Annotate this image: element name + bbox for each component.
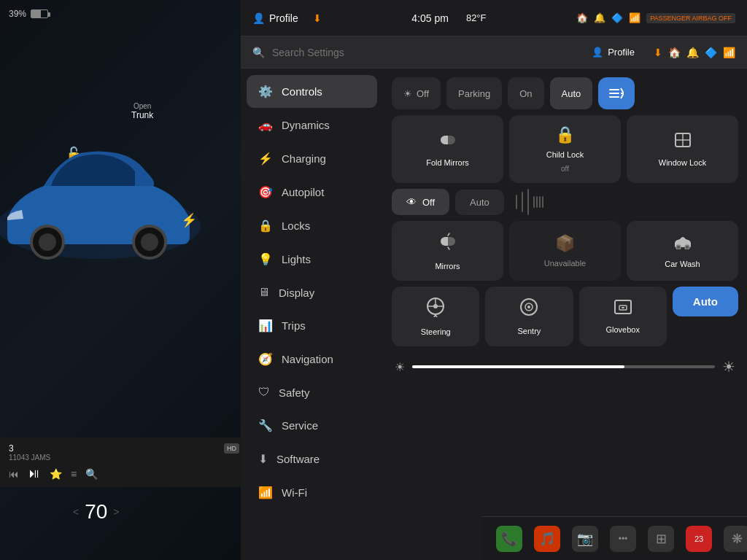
separator-lines [516, 189, 543, 215]
right-auto-col: Auto [673, 287, 738, 346]
sidebar-item-dynamics[interactable]: 🚗 Dynamics [247, 109, 377, 141]
svg-point-2 [39, 233, 56, 251]
search-music-button[interactable]: 🔍 [85, 468, 98, 480]
brightness-max-icon: ☀ [722, 358, 735, 376]
glovebox-icon [614, 299, 632, 319]
favorite-button[interactable]: ⭐ [50, 468, 62, 480]
phone-icon[interactable]: 📞 [496, 526, 522, 552]
light-off-button[interactable]: ☀ Off [392, 77, 441, 109]
trips-icon: 📊 [258, 319, 273, 332]
charging-icon: ⚡ [258, 152, 273, 166]
content-area: ⚙️ Controls 🚗 Dynamics ⚡ Charging 🎯 Auto… [241, 69, 747, 560]
eye-off-icon: 👁 [406, 196, 417, 208]
navigation-label: Navigation [282, 353, 333, 365]
wifi-label: Wi-Fi [282, 486, 307, 499]
child-lock-button[interactable]: 🔒 Child Lock off [509, 115, 621, 183]
mirror-auto-button[interactable]: Auto [455, 190, 504, 215]
safety-label: Safety [279, 386, 310, 399]
lighting-control-row: ☀ Off Parking On Auto [392, 77, 738, 109]
play-button[interactable]: ⏯ [28, 466, 41, 481]
main-panel: 👤 Profile ⬇ 4:05 pm 82°F 🏠 🔔 🔷 📶 PASSENG… [241, 0, 747, 560]
icon-cards-row: Fold Mirrors 🔒 Child Lock off [392, 115, 738, 183]
sidebar-item-autopilot[interactable]: 🎯 Autopilot [247, 176, 377, 209]
svg-rect-6 [609, 89, 619, 90]
bell-icon-2: 🔔 [686, 47, 699, 58]
mirrors-icon [438, 231, 458, 256]
sidebar-item-software[interactable]: ⬇ Software [247, 443, 377, 475]
sentry-button[interactable]: Sentry [485, 287, 573, 346]
parking-button[interactable]: Parking [446, 77, 502, 109]
search-bar: 🔍 👤 Profile ⬇ 🏠 🔔 🔷 📶 [241, 36, 747, 69]
download-icon: ⬇ [313, 12, 322, 24]
sep-line-2 [522, 192, 523, 212]
svg-rect-7 [609, 93, 619, 94]
locks-label: Locks [282, 219, 310, 232]
status-bar: 👤 Profile ⬇ 4:05 pm 82°F 🏠 🔔 🔷 📶 PASSENG… [241, 0, 747, 36]
prev-button[interactable]: ⏮ [9, 468, 19, 480]
candy-icon[interactable]: ❋ [724, 526, 747, 552]
svg-line-9 [621, 88, 624, 93]
svg-rect-27 [622, 307, 624, 308]
status-profile: 👤 Profile [252, 12, 298, 24]
auto-button-lights[interactable]: Auto [550, 77, 593, 109]
bt-icon-2: 🔷 [705, 47, 717, 58]
sun-icon: ☀ [403, 88, 412, 99]
home-icon: 🏠 [576, 12, 588, 23]
sidebar-item-trips[interactable]: 📊 Trips [247, 309, 377, 342]
steering-button[interactable]: Steering [392, 287, 479, 346]
car-svg: ⚡ [0, 109, 226, 277]
unavailable-button[interactable]: 📦 Unavailable [509, 221, 621, 281]
dynamics-icon: 🚗 [258, 118, 273, 132]
child-lock-icon: 🔒 [555, 125, 575, 144]
search-profile: 👤 Profile [592, 47, 635, 58]
sidebar-item-navigation[interactable]: 🧭 Navigation [247, 343, 377, 376]
search-icon: 🔍 [252, 47, 265, 58]
mirror-off-button[interactable]: 👁 Off [392, 189, 449, 215]
dots-icon[interactable]: ••• [610, 526, 636, 552]
sidebar-item-locks[interactable]: 🔒 Locks [247, 209, 377, 242]
svg-point-15 [676, 245, 681, 249]
sidebar-item-service[interactable]: 🔧 Service [247, 409, 377, 442]
search-input[interactable] [272, 47, 584, 58]
software-label: Software [276, 453, 320, 465]
svg-line-11 [621, 93, 624, 98]
sidebar-item-controls[interactable]: ⚙️ Controls [247, 75, 377, 108]
window-lock-button[interactable]: Window Lock [627, 115, 738, 183]
audio-icon[interactable]: 🎵 [534, 526, 560, 552]
sidebar-item-wifi[interactable]: 📶 Wi-Fi [247, 476, 377, 509]
locks-icon: 🔒 [258, 219, 273, 233]
sidebar-item-safety[interactable]: 🛡 Safety [247, 376, 377, 408]
car-wash-button[interactable]: Car Wash [627, 221, 738, 281]
grid-icon[interactable]: ⊞ [648, 526, 674, 552]
bluetooth-icon: 🔷 [611, 12, 623, 23]
auto-icon-button[interactable] [598, 77, 635, 109]
equalizer-button[interactable]: ≡ [71, 468, 77, 480]
on-button[interactable]: On [508, 77, 543, 109]
airbag-warning: PASSENGER AIRBAG OFF [646, 13, 735, 23]
headlights-icon [609, 88, 624, 99]
brightness-slider[interactable] [412, 365, 715, 368]
dynamics-label: Dynamics [282, 119, 330, 131]
sep-line-3 [527, 189, 529, 215]
profile-icon-small: 👤 [592, 47, 603, 58]
glovebox-button[interactable]: Glovebox [579, 287, 667, 346]
status-icons: 🏠 🔔 🔷 📶 PASSENGER AIRBAG OFF [576, 12, 735, 23]
home-icon-2: 🏠 [668, 47, 681, 58]
fold-mirrors-icon [438, 132, 458, 152]
mirrors-button[interactable]: Mirrors [392, 221, 503, 281]
auto-large-button[interactable]: Auto [673, 287, 738, 316]
taskbar-icons: 📞 🎵 📷 ••• ⊞ 23 ❋ [496, 526, 747, 552]
battery-indicator: 39% [9, 9, 48, 19]
camera-icon[interactable]: 📷 [572, 526, 598, 552]
sidebar-item-lights[interactable]: 💡 Lights [247, 243, 377, 276]
sidebar-item-display[interactable]: 🖥 Display [247, 276, 377, 308]
speed-indicator: < 70 > [73, 500, 120, 524]
sidebar-item-charging[interactable]: ⚡ Charging [247, 142, 377, 175]
controls-label: Controls [282, 85, 322, 98]
car-wash-icon [673, 233, 692, 254]
service-label: Service [282, 419, 318, 432]
calendar-icon[interactable]: 23 [686, 526, 712, 552]
fold-mirrors-button[interactable]: Fold Mirrors [392, 115, 503, 183]
music-controls[interactable]: ⏮ ⏯ ⭐ ≡ 🔍 [9, 466, 239, 481]
unavailable-icon: 📦 [555, 234, 575, 253]
